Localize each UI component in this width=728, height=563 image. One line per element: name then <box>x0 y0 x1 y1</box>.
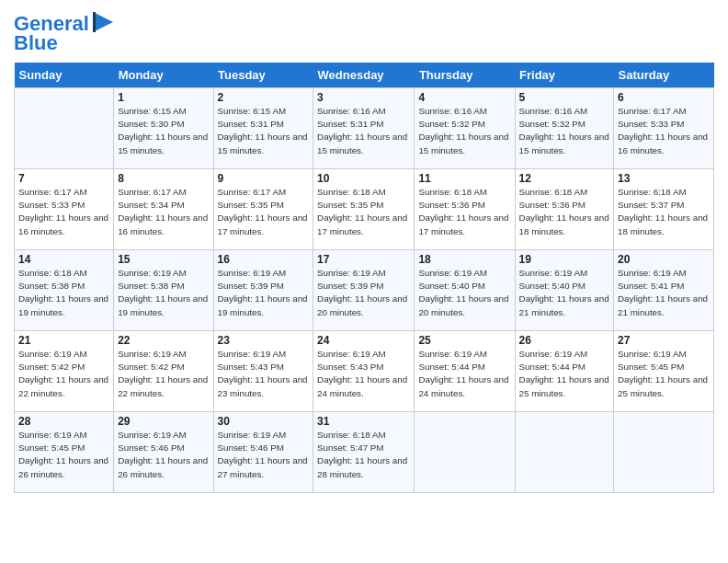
day-info: Sunrise: 6:19 AMSunset: 5:40 PMDaylight:… <box>519 267 609 319</box>
day-info: Sunrise: 6:18 AMSunset: 5:37 PMDaylight:… <box>618 186 710 238</box>
calendar-cell: 19Sunrise: 6:19 AMSunset: 5:40 PMDayligh… <box>515 250 613 331</box>
day-number: 25 <box>418 334 510 347</box>
day-info: Sunrise: 6:19 AMSunset: 5:38 PMDaylight:… <box>118 267 209 319</box>
day-number: 12 <box>519 172 609 185</box>
day-info: Sunrise: 6:18 AMSunset: 5:47 PMDaylight:… <box>317 429 410 481</box>
calendar-cell: 8Sunrise: 6:17 AMSunset: 5:34 PMDaylight… <box>114 169 213 250</box>
calendar-cell: 3Sunrise: 6:16 AMSunset: 5:31 PMDaylight… <box>313 88 415 169</box>
day-number: 4 <box>418 91 510 104</box>
calendar-week-row: 21Sunrise: 6:19 AMSunset: 5:42 PMDayligh… <box>15 331 714 412</box>
calendar-cell: 31Sunrise: 6:18 AMSunset: 5:47 PMDayligh… <box>313 412 415 493</box>
day-number: 23 <box>218 334 310 347</box>
logo-blue: Blue <box>14 31 58 55</box>
day-number: 16 <box>218 253 310 266</box>
day-number: 7 <box>18 172 109 185</box>
calendar-cell: 16Sunrise: 6:19 AMSunset: 5:39 PMDayligh… <box>213 250 313 331</box>
day-info: Sunrise: 6:15 AMSunset: 5:30 PMDaylight:… <box>118 105 209 157</box>
day-number: 3 <box>317 91 410 104</box>
day-info: Sunrise: 6:17 AMSunset: 5:33 PMDaylight:… <box>618 105 710 157</box>
day-info: Sunrise: 6:19 AMSunset: 5:45 PMDaylight:… <box>618 348 710 400</box>
calendar-cell: 12Sunrise: 6:18 AMSunset: 5:36 PMDayligh… <box>515 169 613 250</box>
day-info: Sunrise: 6:19 AMSunset: 5:44 PMDaylight:… <box>519 348 609 400</box>
day-info: Sunrise: 6:19 AMSunset: 5:43 PMDaylight:… <box>317 348 410 400</box>
day-number: 11 <box>418 172 510 185</box>
page-container: General Blue SundayMondayTuesday <box>0 0 728 502</box>
calendar-cell: 11Sunrise: 6:18 AMSunset: 5:36 PMDayligh… <box>415 169 515 250</box>
calendar-cell: 25Sunrise: 6:19 AMSunset: 5:44 PMDayligh… <box>415 331 515 412</box>
calendar-cell <box>614 412 714 493</box>
day-info: Sunrise: 6:17 AMSunset: 5:35 PMDaylight:… <box>218 186 310 238</box>
day-info: Sunrise: 6:16 AMSunset: 5:32 PMDaylight:… <box>418 105 510 157</box>
calendar-cell: 20Sunrise: 6:19 AMSunset: 5:41 PMDayligh… <box>614 250 714 331</box>
calendar-cell: 9Sunrise: 6:17 AMSunset: 5:35 PMDaylight… <box>213 169 313 250</box>
day-number: 31 <box>317 415 410 428</box>
day-info: Sunrise: 6:18 AMSunset: 5:36 PMDaylight:… <box>418 186 510 238</box>
day-number: 15 <box>118 253 209 266</box>
day-number: 29 <box>118 415 209 428</box>
logo-icon <box>91 9 117 35</box>
calendar-week-row: 14Sunrise: 6:18 AMSunset: 5:38 PMDayligh… <box>15 250 714 331</box>
day-number: 18 <box>418 253 510 266</box>
day-number: 28 <box>18 415 109 428</box>
day-number: 21 <box>18 334 109 347</box>
day-info: Sunrise: 6:19 AMSunset: 5:41 PMDaylight:… <box>618 267 710 319</box>
weekday-header-tuesday: Tuesday <box>213 63 313 88</box>
calendar-week-row: 7Sunrise: 6:17 AMSunset: 5:33 PMDaylight… <box>15 169 714 250</box>
day-info: Sunrise: 6:15 AMSunset: 5:31 PMDaylight:… <box>218 105 310 157</box>
calendar-cell <box>515 412 613 493</box>
calendar-cell: 26Sunrise: 6:19 AMSunset: 5:44 PMDayligh… <box>515 331 613 412</box>
logo: General Blue <box>14 13 117 55</box>
day-info: Sunrise: 6:19 AMSunset: 5:46 PMDaylight:… <box>118 429 209 481</box>
calendar-cell: 15Sunrise: 6:19 AMSunset: 5:38 PMDayligh… <box>114 250 213 331</box>
day-number: 10 <box>317 172 410 185</box>
day-info: Sunrise: 6:16 AMSunset: 5:32 PMDaylight:… <box>519 105 609 157</box>
day-info: Sunrise: 6:19 AMSunset: 5:39 PMDaylight:… <box>218 267 310 319</box>
weekday-header-monday: Monday <box>114 63 213 88</box>
weekday-header-saturday: Saturday <box>614 63 714 88</box>
calendar-cell: 4Sunrise: 6:16 AMSunset: 5:32 PMDaylight… <box>415 88 515 169</box>
day-number: 1 <box>118 91 209 104</box>
calendar-week-row: 1Sunrise: 6:15 AMSunset: 5:30 PMDaylight… <box>15 88 714 169</box>
calendar-cell: 14Sunrise: 6:18 AMSunset: 5:38 PMDayligh… <box>15 250 114 331</box>
weekday-header-thursday: Thursday <box>415 63 515 88</box>
day-number: 26 <box>519 334 609 347</box>
day-number: 22 <box>118 334 209 347</box>
svg-rect-1 <box>93 12 96 32</box>
day-number: 8 <box>118 172 209 185</box>
day-number: 14 <box>18 253 109 266</box>
day-info: Sunrise: 6:19 AMSunset: 5:45 PMDaylight:… <box>18 429 109 481</box>
day-info: Sunrise: 6:18 AMSunset: 5:36 PMDaylight:… <box>519 186 609 238</box>
day-number: 13 <box>618 172 710 185</box>
day-number: 20 <box>618 253 710 266</box>
weekday-header-sunday: Sunday <box>15 63 114 88</box>
svg-marker-0 <box>95 13 113 31</box>
weekday-header-row: SundayMondayTuesdayWednesdayThursdayFrid… <box>15 63 714 88</box>
day-number: 9 <box>218 172 310 185</box>
day-number: 27 <box>618 334 710 347</box>
day-number: 30 <box>218 415 310 428</box>
day-info: Sunrise: 6:19 AMSunset: 5:46 PMDaylight:… <box>218 429 310 481</box>
calendar-cell: 7Sunrise: 6:17 AMSunset: 5:33 PMDaylight… <box>15 169 114 250</box>
calendar-cell: 27Sunrise: 6:19 AMSunset: 5:45 PMDayligh… <box>614 331 714 412</box>
day-info: Sunrise: 6:19 AMSunset: 5:44 PMDaylight:… <box>418 348 510 400</box>
weekday-header-friday: Friday <box>515 63 613 88</box>
calendar-cell: 10Sunrise: 6:18 AMSunset: 5:35 PMDayligh… <box>313 169 415 250</box>
day-info: Sunrise: 6:18 AMSunset: 5:35 PMDaylight:… <box>317 186 410 238</box>
weekday-header-wednesday: Wednesday <box>313 63 415 88</box>
day-info: Sunrise: 6:17 AMSunset: 5:34 PMDaylight:… <box>118 186 209 238</box>
day-number: 19 <box>519 253 609 266</box>
day-info: Sunrise: 6:19 AMSunset: 5:39 PMDaylight:… <box>317 267 410 319</box>
calendar-cell <box>415 412 515 493</box>
day-info: Sunrise: 6:19 AMSunset: 5:43 PMDaylight:… <box>218 348 310 400</box>
calendar-cell: 28Sunrise: 6:19 AMSunset: 5:45 PMDayligh… <box>15 412 114 493</box>
day-number: 24 <box>317 334 410 347</box>
calendar-table: SundayMondayTuesdayWednesdayThursdayFrid… <box>14 63 714 493</box>
day-info: Sunrise: 6:16 AMSunset: 5:31 PMDaylight:… <box>317 105 410 157</box>
day-info: Sunrise: 6:18 AMSunset: 5:38 PMDaylight:… <box>18 267 109 319</box>
day-number: 5 <box>519 91 609 104</box>
day-number: 17 <box>317 253 410 266</box>
calendar-cell: 1Sunrise: 6:15 AMSunset: 5:30 PMDaylight… <box>114 88 213 169</box>
calendar-cell: 21Sunrise: 6:19 AMSunset: 5:42 PMDayligh… <box>15 331 114 412</box>
day-number: 2 <box>218 91 310 104</box>
calendar-cell: 23Sunrise: 6:19 AMSunset: 5:43 PMDayligh… <box>213 331 313 412</box>
